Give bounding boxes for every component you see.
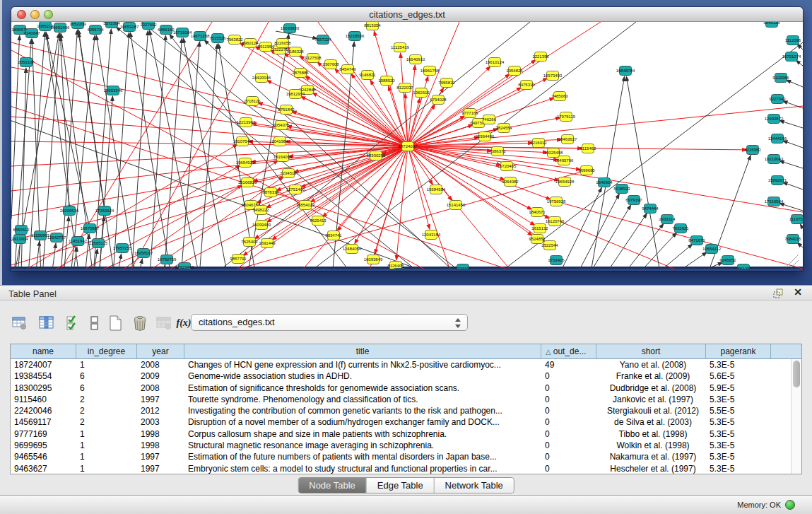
table-cell[interactable]: 49	[541, 359, 596, 370]
graph-node[interactable]	[430, 185, 442, 194]
graph-node[interactable]	[416, 88, 428, 98]
tab-network-table[interactable]: Network Table	[435, 478, 514, 493]
graph-node[interactable]	[276, 121, 288, 130]
column-header-year[interactable]: year	[137, 344, 184, 359]
graph-node[interactable]	[768, 155, 780, 164]
graph-node[interactable]	[84, 224, 96, 233]
graph-node[interactable]	[194, 32, 206, 41]
graph-edge[interactable]	[318, 22, 408, 146]
graph-edge[interactable]	[783, 141, 803, 148]
graph-node[interactable]	[240, 158, 252, 168]
graph-node[interactable]	[394, 269, 406, 269]
graph-node[interactable]	[479, 132, 491, 141]
graph-node[interactable]	[342, 65, 354, 74]
graph-node[interactable]	[505, 177, 517, 187]
table-cell[interactable]: 5.6E-5	[706, 370, 771, 382]
graph-node[interactable]	[233, 255, 245, 264]
table-cell[interactable]: Estimation of the future numbers of pati…	[184, 451, 541, 462]
column-header-short[interactable]: short	[596, 344, 706, 359]
graph-node[interactable]	[772, 95, 784, 104]
table-cell[interactable]: Hescheler et al. (1997)	[596, 463, 706, 474]
table-cell[interactable]: Disruption of a novel member of a sodium…	[184, 416, 541, 428]
graph-node[interactable]	[107, 86, 119, 95]
table-cell[interactable]: 1998	[137, 440, 184, 451]
graph-node[interactable]	[260, 42, 272, 52]
graph-node[interactable]	[544, 241, 556, 250]
graph-node[interactable]	[792, 215, 804, 224]
graph-edge[interactable]	[800, 224, 803, 228]
graph-node[interactable]	[722, 256, 734, 265]
graph-node[interactable]	[255, 206, 267, 215]
table-cell[interactable]: 5.3E-5	[706, 440, 771, 451]
table-cell[interactable]: Tibbo et al. (1998)	[596, 428, 706, 440]
table-cell[interactable]: Nakamura et al. (1997)	[596, 451, 706, 462]
table-cell[interactable]: Genome-wide association studies in ADHD.	[184, 370, 541, 382]
column-header-pagerank[interactable]: pagerank	[706, 344, 771, 359]
graph-node[interactable]	[498, 124, 510, 133]
table-cell[interactable]: 2	[76, 394, 137, 405]
graph-node[interactable]	[402, 142, 414, 151]
table-cell[interactable]: 1	[76, 440, 137, 451]
graph-node[interactable]	[362, 71, 374, 80]
graph-node[interactable]	[240, 118, 252, 127]
graph-node[interactable]	[312, 216, 324, 226]
table-row[interactable]: 1938455462009Genome-wide association stu…	[11, 370, 801, 382]
table-row[interactable]: 2242004622012Investigating the contribut…	[11, 405, 801, 416]
graph-node[interactable]	[237, 137, 249, 146]
graph-node[interactable]	[772, 176, 784, 185]
graph-edge[interactable]	[408, 146, 545, 242]
graph-node[interactable]	[242, 178, 254, 187]
graph-node[interactable]	[558, 156, 570, 165]
table-row[interactable]: 1456911722003Disruption of a novel membe…	[11, 416, 801, 428]
graph-node[interactable]	[531, 208, 543, 217]
graph-node[interactable]	[645, 204, 657, 214]
table-cell[interactable]: 0	[541, 394, 596, 405]
graph-node[interactable]	[620, 66, 632, 76]
graph-node[interactable]	[143, 22, 155, 30]
graph-node[interactable]	[93, 239, 105, 248]
table-cell[interactable]: Wolkin et al. (1998)	[596, 440, 706, 451]
graph-node[interactable]	[551, 256, 563, 265]
graph-node[interactable]	[390, 262, 402, 269]
table-cell[interactable]: 5.3E-5	[706, 428, 771, 440]
graph-node[interactable]	[256, 74, 268, 83]
graph-node[interactable]	[302, 86, 314, 95]
graph-node[interactable]	[177, 28, 189, 37]
row-height-button[interactable]	[86, 315, 103, 332]
graph-node[interactable]	[265, 188, 277, 197]
table-row[interactable]: 1872400712008Changes of HCN gene express…	[11, 359, 801, 370]
graph-edge[interactable]	[155, 146, 408, 269]
graph-node[interactable]	[521, 81, 533, 90]
graph-edge[interactable]	[689, 262, 723, 269]
graph-edge[interactable]	[396, 146, 408, 260]
table-cell[interactable]: 0	[541, 440, 596, 451]
graph-edge[interactable]	[35, 241, 40, 269]
graph-node[interactable]	[277, 39, 289, 48]
graph-node[interactable]	[768, 115, 780, 124]
table-cell[interactable]: 0	[541, 370, 596, 382]
graph-edge[interactable]	[779, 120, 803, 128]
graph-edge[interactable]	[61, 33, 93, 269]
graph-node[interactable]	[492, 147, 504, 156]
graph-edge[interactable]	[11, 35, 20, 219]
graph-node[interactable]	[295, 69, 307, 78]
graph-node[interactable]	[547, 71, 559, 81]
graph-node[interactable]	[450, 201, 462, 210]
table-cell[interactable]: 0	[541, 463, 596, 474]
graph-node[interactable]	[787, 36, 799, 45]
table-cell[interactable]: 2008	[137, 359, 184, 370]
graph-node[interactable]	[325, 60, 337, 69]
graph-node[interactable]	[106, 22, 118, 28]
float-panel-icon[interactable]	[772, 288, 784, 299]
table-cell[interactable]: Estimation of significance thresholds fo…	[184, 382, 541, 394]
table-cell[interactable]: Yano et al. (2008)	[596, 359, 706, 370]
tab-node-table[interactable]: Node Table	[298, 478, 367, 493]
graph-edge[interactable]	[11, 92, 408, 146]
graph-node[interactable]	[787, 235, 799, 244]
graph-node[interactable]	[284, 24, 296, 33]
graph-node[interactable]	[367, 255, 379, 264]
graph-node[interactable]	[381, 76, 393, 86]
select-rows-button[interactable]	[65, 315, 82, 332]
graph-node[interactable]	[179, 263, 191, 269]
graph-edge[interactable]	[247, 34, 289, 269]
